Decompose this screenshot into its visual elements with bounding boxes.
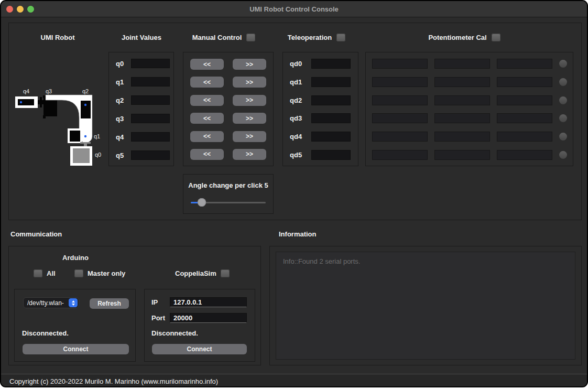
pot-cal-field[interactable]: [497, 59, 552, 69]
all-checkbox-row: All: [34, 269, 56, 277]
robot-q1-joint-dot: [84, 135, 86, 137]
q5-decrement-button[interactable]: <<: [190, 149, 224, 160]
q3-decrement-button[interactable]: <<: [190, 113, 224, 124]
port-input[interactable]: 20000: [170, 313, 247, 323]
robot-label-q4: q4: [23, 88, 29, 94]
potentiometer-cal-title-text: Potentiometer Cal: [428, 34, 486, 41]
pot-cal-field[interactable]: [434, 150, 490, 160]
minimize-button[interactable]: [17, 6, 24, 13]
all-checkbox[interactable]: [34, 269, 42, 277]
robot-q2-slot: [81, 101, 91, 118]
q5-increment-button[interactable]: >>: [233, 149, 266, 160]
potentiometer-cal-checkbox[interactable]: [492, 34, 500, 41]
pot-cal-field[interactable]: [497, 77, 552, 87]
pot-cal-field[interactable]: [497, 132, 552, 142]
pot-row-2: [365, 95, 573, 105]
chevron-up-icon: [72, 300, 75, 302]
manual-row-q5: << >>: [183, 149, 274, 160]
q3-increment-button[interactable]: >>: [233, 113, 266, 124]
joint-label-q4: q4: [116, 133, 131, 141]
joint-value-q0-field[interactable]: [131, 59, 170, 68]
pot-cal-field[interactable]: [434, 59, 490, 69]
refresh-button[interactable]: Refresh: [90, 298, 129, 309]
teleop-qd4-field[interactable]: [311, 132, 351, 142]
teleop-row-qd3: qd3: [282, 113, 358, 123]
manual-control-checkbox[interactable]: [246, 34, 255, 41]
joint-label-q2: q2: [116, 96, 131, 104]
copyright-text: Copyright (c) 2020-2022 Murilo M. Marinh…: [9, 377, 218, 385]
pot-cal-field[interactable]: [434, 113, 490, 123]
pot-cal-field[interactable]: [372, 95, 428, 105]
stepper-icon[interactable]: [69, 298, 78, 307]
joint-value-q4-field[interactable]: [131, 132, 170, 142]
joint-value-q5-field[interactable]: [131, 150, 170, 160]
q2-increment-button[interactable]: >>: [233, 95, 266, 106]
teleop-row-qd5: qd5: [282, 150, 358, 160]
arduino-title: Arduino: [49, 254, 102, 262]
pot-cal-field[interactable]: [497, 113, 552, 123]
q4-decrement-button[interactable]: <<: [190, 131, 224, 142]
pot-cal-field[interactable]: [434, 95, 490, 105]
arduino-connect-button[interactable]: Connect: [23, 344, 129, 354]
q2-decrement-button[interactable]: <<: [190, 95, 224, 106]
joint-label-q0: q0: [116, 60, 131, 68]
pot-cal-field[interactable]: [434, 132, 490, 142]
information-log[interactable]: Info::Found 2 serial ports.: [276, 252, 575, 360]
angle-change-slider[interactable]: [191, 198, 266, 207]
angle-change-box: [183, 174, 274, 214]
coppeliasim-checkbox[interactable]: [221, 269, 230, 277]
q1-decrement-button[interactable]: <<: [190, 77, 224, 88]
q0-increment-button[interactable]: >>: [233, 59, 266, 70]
robot-q1-block: [70, 131, 80, 142]
teleop-qd0-field[interactable]: [311, 59, 351, 69]
traffic-lights: [6, 6, 34, 13]
robot-q0-base: [73, 148, 90, 163]
titlebar[interactable]: UMI Robot Control Console: [1, 1, 587, 17]
slider-knob[interactable]: [198, 198, 206, 207]
joint-label-q5: q5: [116, 152, 131, 159]
pot-status-led: [559, 151, 567, 159]
ip-input[interactable]: 127.0.0.1: [170, 297, 247, 307]
serial-port-value: /dev/tty.wlan-: [24, 299, 69, 307]
pot-cal-field[interactable]: [372, 113, 428, 123]
joint-row-q2: q2: [108, 95, 174, 105]
arduino-status-text: Disconnected.: [22, 329, 69, 337]
zoom-button[interactable]: [27, 6, 34, 13]
pot-status-led: [559, 78, 567, 86]
information-log-line: Info::Found 2 serial ports.: [283, 257, 360, 265]
serial-port-select[interactable]: /dev/tty.wlan-: [23, 297, 79, 308]
teleop-label-qd1: qd1: [290, 78, 311, 86]
coppeliasim-connect-button[interactable]: Connect: [152, 344, 247, 354]
joint-value-q1-field[interactable]: [131, 77, 170, 87]
pot-cal-field[interactable]: [372, 77, 428, 87]
angle-change-label-text: Angle change per click: [188, 181, 263, 189]
teleop-label-qd5: qd5: [290, 151, 311, 159]
joint-value-q3-field[interactable]: [131, 114, 170, 123]
pot-cal-field[interactable]: [372, 59, 428, 69]
robot-label-q0: q0: [95, 152, 101, 158]
close-button[interactable]: [6, 6, 13, 13]
teleop-qd3-field[interactable]: [311, 113, 351, 123]
manual-row-q1: << >>: [183, 77, 274, 88]
master-only-checkbox[interactable]: [74, 269, 83, 277]
q4-increment-button[interactable]: >>: [233, 131, 266, 142]
pot-status-led: [559, 114, 567, 122]
window-title: UMI Robot Control Console: [249, 5, 339, 13]
pot-cal-field[interactable]: [497, 95, 552, 105]
teleop-qd1-field[interactable]: [311, 77, 351, 87]
q1-increment-button[interactable]: >>: [233, 77, 266, 88]
teleoperation-checkbox[interactable]: [336, 34, 345, 41]
joint-value-q2-field[interactable]: [131, 95, 170, 105]
teleop-qd5-field[interactable]: [311, 150, 351, 160]
coppeliasim-checkbox-label: CoppeliaSim: [175, 269, 216, 277]
q0-decrement-button[interactable]: <<: [190, 59, 224, 70]
pot-cal-field[interactable]: [372, 132, 428, 142]
pot-cal-field[interactable]: [497, 150, 552, 160]
joint-row-q3: q3: [108, 114, 174, 123]
pot-status-led: [559, 96, 567, 104]
pot-cal-field[interactable]: [434, 77, 490, 87]
pot-row-1: [365, 77, 573, 87]
angle-change-label: Angle change per click 5: [183, 181, 274, 189]
pot-cal-field[interactable]: [372, 150, 428, 160]
teleop-qd2-field[interactable]: [311, 95, 351, 105]
